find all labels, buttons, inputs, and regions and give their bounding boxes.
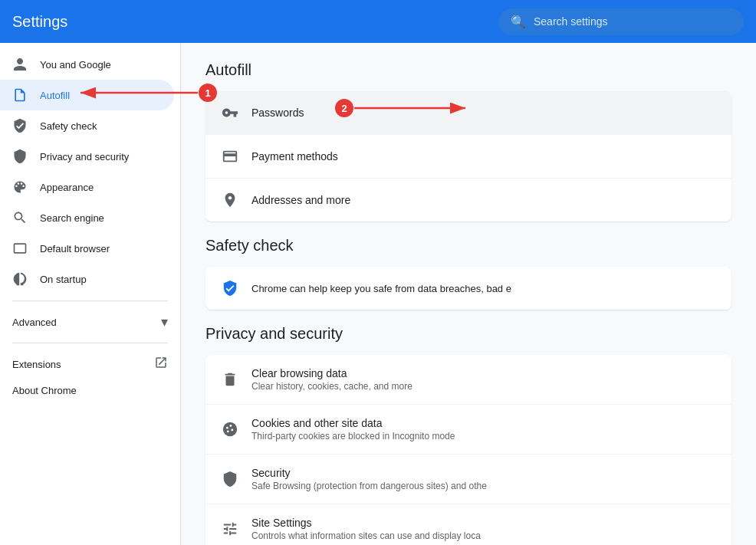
svg-point-1 xyxy=(226,427,228,429)
header: Settings 🔍 Search settings xyxy=(0,0,756,43)
autofill-title: Autofill xyxy=(205,61,731,79)
site-settings-title: Site Settings xyxy=(251,517,481,529)
sidebar-item-label: Autofill xyxy=(40,90,70,101)
safety-check-title: Safety check xyxy=(205,237,731,254)
payment-methods-label: Payment methods xyxy=(251,150,338,163)
cookie-icon xyxy=(221,420,239,438)
safety-check-desc: Chrome can help keep you safe from data … xyxy=(251,283,511,294)
sidebar-item-label: On startup xyxy=(40,274,87,285)
addresses-item[interactable]: Addresses and more xyxy=(205,179,731,222)
safety-icon xyxy=(12,118,28,133)
cookies-item[interactable]: Cookies and other site data Third-party … xyxy=(205,405,731,455)
site-settings-subtitle: Controls what information sites can use … xyxy=(251,530,481,541)
sidebar-item-label: Privacy and security xyxy=(40,151,129,163)
shield-check-icon xyxy=(221,279,239,297)
search-bar[interactable]: 🔍 Search settings xyxy=(498,8,744,35)
about-label: About Chrome xyxy=(12,385,77,396)
clear-browsing-subtitle: Clear history, cookies, cache, and more xyxy=(251,381,413,392)
sidebar-item-default-browser[interactable]: Default browser xyxy=(0,233,174,264)
sidebar-item-label: Default browser xyxy=(40,243,110,254)
content-area: Autofill Passwords P xyxy=(181,43,756,545)
clear-browsing-title: Clear browsing data xyxy=(251,367,413,379)
sidebar-item-extensions[interactable]: Extensions xyxy=(0,350,180,379)
svg-point-0 xyxy=(223,422,237,436)
site-settings-item[interactable]: Site Settings Controls what information … xyxy=(205,504,731,545)
search-engine-icon xyxy=(12,210,28,225)
sidebar-divider-2 xyxy=(12,343,168,343)
sidebar-item-search-engine[interactable]: Search engine xyxy=(0,202,174,233)
app-title: Settings xyxy=(12,13,498,31)
sidebar-item-privacy[interactable]: Privacy and security xyxy=(0,141,174,172)
startup-icon xyxy=(12,271,28,287)
privacy-card: Clear browsing data Clear history, cooki… xyxy=(205,355,731,545)
clear-browsing-item[interactable]: Clear browsing data Clear history, cooki… xyxy=(205,355,731,405)
default-browser-icon xyxy=(12,241,28,256)
sidebar-item-safety-check[interactable]: Safety check xyxy=(0,110,174,141)
addresses-label: Addresses and more xyxy=(251,194,350,206)
sidebar-item-label: Appearance xyxy=(40,182,94,193)
privacy-icon xyxy=(12,149,28,164)
sidebar-item-you-and-google[interactable]: You and Google xyxy=(0,49,174,80)
shield-icon xyxy=(221,470,239,488)
autofill-icon xyxy=(12,87,28,103)
sliders-icon xyxy=(221,520,239,538)
sidebar-advanced[interactable]: Advanced ▾ xyxy=(0,307,180,337)
sidebar-item-about[interactable]: About Chrome xyxy=(0,379,180,402)
chevron-down-icon: ▾ xyxy=(161,314,168,330)
cookies-subtitle: Third-party cookies are blocked in Incog… xyxy=(251,431,455,442)
sidebar: You and Google Autofill Safety check xyxy=(0,43,181,545)
person-icon xyxy=(12,57,28,72)
svg-point-4 xyxy=(227,430,229,432)
sidebar-item-on-startup[interactable]: On startup xyxy=(0,264,174,294)
sidebar-divider xyxy=(12,300,168,301)
search-placeholder: Search settings xyxy=(534,15,608,28)
privacy-section-title: Privacy and security xyxy=(205,325,731,343)
key-icon xyxy=(221,103,239,122)
sidebar-item-label: Search engine xyxy=(40,212,104,224)
extensions-label: Extensions xyxy=(12,359,61,370)
appearance-icon xyxy=(12,179,28,195)
security-item[interactable]: Security Safe Browsing (protection from … xyxy=(205,455,731,504)
sidebar-item-autofill[interactable]: Autofill xyxy=(0,80,174,110)
passwords-label: Passwords xyxy=(251,107,304,119)
svg-point-3 xyxy=(231,429,233,432)
search-icon: 🔍 xyxy=(511,15,526,29)
security-title: Security xyxy=(251,467,487,479)
sidebar-item-label: You and Google xyxy=(40,59,111,71)
external-link-icon xyxy=(154,356,168,373)
location-icon xyxy=(221,191,239,209)
safety-check-card[interactable]: Chrome can help keep you safe from data … xyxy=(205,267,731,310)
svg-point-2 xyxy=(230,425,232,427)
sidebar-item-appearance[interactable]: Appearance xyxy=(0,172,174,202)
security-subtitle: Safe Browsing (protection from dangerous… xyxy=(251,481,487,491)
passwords-item[interactable]: Passwords xyxy=(205,91,731,135)
advanced-label: Advanced xyxy=(12,317,57,328)
payment-methods-item[interactable]: Payment methods xyxy=(205,135,731,179)
autofill-card: Passwords Payment methods xyxy=(205,91,731,222)
credit-card-icon xyxy=(221,147,239,166)
cookies-title: Cookies and other site data xyxy=(251,417,455,429)
trash-icon xyxy=(221,370,239,389)
sidebar-item-label: Safety check xyxy=(40,120,97,132)
